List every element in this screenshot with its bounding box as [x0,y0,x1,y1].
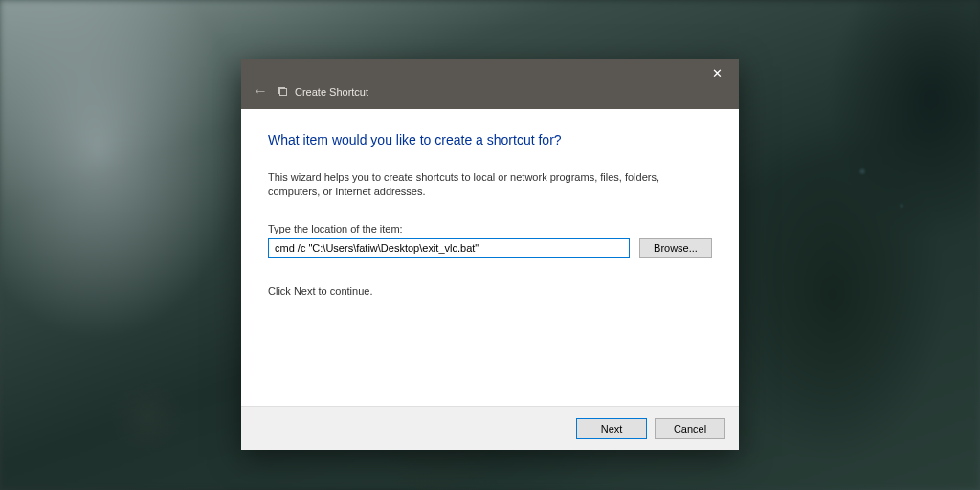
back-arrow-icon: ← [253,82,268,100]
dialog-titlebar[interactable]: ← Create Shortcut ✕ [241,59,739,109]
location-label: Type the location of the item: [268,223,712,234]
location-input[interactable] [268,238,630,258]
wizard-description: This wizard helps you to create shortcut… [268,170,712,200]
create-shortcut-dialog: ← Create Shortcut ✕ What item would you … [241,59,739,450]
next-button[interactable]: Next [576,418,647,439]
location-input-row: Browse... [268,238,712,258]
close-button[interactable]: ✕ [696,59,739,86]
browse-button[interactable]: Browse... [639,238,712,258]
dialog-content: What item would you like to create a sho… [241,109,739,406]
close-icon: ✕ [712,66,723,80]
page-heading: What item would you like to create a sho… [268,132,712,147]
dialog-footer: Next Cancel [241,406,739,450]
continue-instruction: Click Next to continue. [268,285,712,297]
dialog-title: Create Shortcut [295,86,368,98]
shortcut-icon [279,88,287,96]
cancel-button[interactable]: Cancel [655,418,725,439]
